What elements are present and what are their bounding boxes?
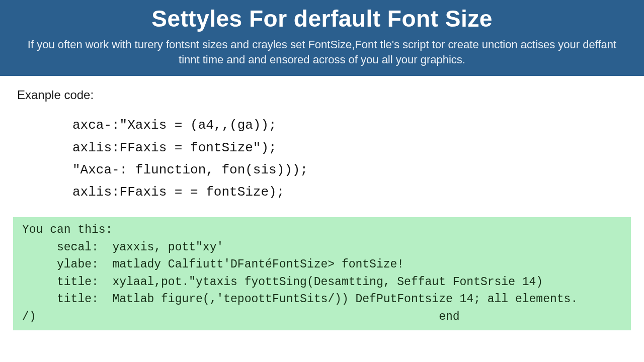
example-code-block: axca-:"Xaxis = (a4,,(ga)); axlis:FFaxis … (17, 114, 627, 203)
header-banner: Settyles For derfault Font Size If you o… (0, 0, 644, 76)
page-subtitle: If you often work with turery fontsnt si… (20, 37, 624, 67)
page-title: Settyles For derfault Font Size (20, 5, 624, 32)
content-area: Exanple code: axca-:"Xaxis = (a4,,(ga));… (0, 76, 644, 330)
example-code-label: Exanple code: (17, 88, 627, 102)
tip-box: You can this: secal: yaxxis, pott"xy' yl… (13, 217, 631, 330)
